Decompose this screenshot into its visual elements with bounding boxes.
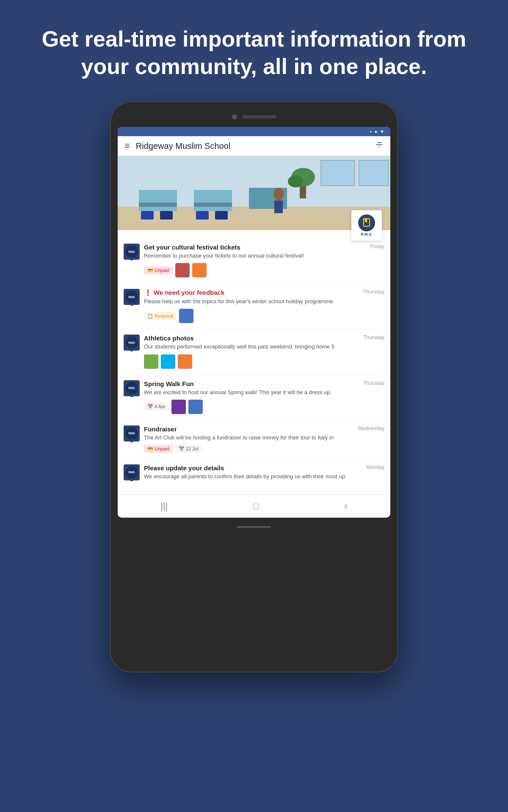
feed-item-3[interactable]: RMSAthletics photosThursdayOur students … xyxy=(118,329,390,375)
thumbnail xyxy=(179,309,193,323)
svg-rect-8 xyxy=(194,203,232,207)
feed-content: Spring Walk FunThursdayWe are excited to… xyxy=(144,380,384,414)
svg-rect-9 xyxy=(141,211,154,219)
school-logo: R.M.S. xyxy=(351,210,382,241)
feed-avatar: RMS xyxy=(124,464,140,480)
feed-attachments: 📋 Respond xyxy=(144,309,384,323)
feed-item-5[interactable]: RMSFundraiserWednesdayThe Art Club will … xyxy=(118,420,390,459)
feed-avatar: RMS xyxy=(124,244,140,260)
svg-rect-5 xyxy=(194,190,232,211)
feed-body: Please help us with the topics for this … xyxy=(144,298,384,305)
status-icon-square: ▪ xyxy=(370,129,372,134)
feed-content: FundraiserWednesdayThe Art Club will be … xyxy=(144,425,384,453)
bottom-nav: ||| □ ‹ xyxy=(118,494,390,518)
thumbnail xyxy=(175,263,190,277)
feed-body: Our students performed exceptionally wel… xyxy=(144,343,384,351)
feed-date: Friday xyxy=(370,244,384,250)
feed-item-4[interactable]: RMSSpring Walk FunThursdayWe are excited… xyxy=(118,375,390,420)
feed-item-2[interactable]: RMS❗We need your feedbackThursdayPlease … xyxy=(118,284,390,329)
tag-date: 📅 4 Apr xyxy=(144,403,169,411)
thumbnail xyxy=(188,400,203,414)
svg-rect-17 xyxy=(274,200,283,213)
nav-recent-icon[interactable]: ‹ xyxy=(345,501,348,512)
filter-icon[interactable] xyxy=(375,141,384,151)
feed-body: We encourage all parents to confirm thei… xyxy=(144,473,384,480)
svg-rect-4 xyxy=(139,190,177,211)
feed-attachments: 📅 4 Apr xyxy=(144,400,384,414)
feed-date: Monday xyxy=(366,464,384,470)
feed-attachments xyxy=(144,354,384,369)
thumbnail xyxy=(144,354,158,369)
feed-item-1[interactable]: RMSGet your cultural festival ticketsFri… xyxy=(118,239,390,284)
feed-avatar: RMS xyxy=(124,289,140,305)
feed-title: Get your cultural festival tickets xyxy=(144,244,366,251)
status-icon-triangle: ▼ xyxy=(380,129,384,134)
app-bar: ≡ Ridgeway Muslim School xyxy=(118,136,390,156)
svg-point-15 xyxy=(288,176,303,187)
feed-content: Please update your detailsMondayWe encou… xyxy=(144,464,384,484)
feed-content: Get your cultural festival ticketsFriday… xyxy=(144,244,384,277)
svg-rect-11 xyxy=(196,211,209,219)
menu-icon[interactable]: ≡ xyxy=(124,140,130,151)
svg-point-16 xyxy=(273,188,284,200)
phone-screen: ▪ ● ▼ ≡ Ridgeway Muslim School xyxy=(118,127,390,518)
feed-avatar: RMS xyxy=(124,380,140,396)
phone-camera xyxy=(232,114,237,119)
app-title: Ridgeway Muslim School xyxy=(136,141,375,151)
feed-attachments: 💳 Unpaid xyxy=(144,263,384,277)
tag-date: 📅 12 Jul xyxy=(175,445,202,453)
thumbnail xyxy=(171,400,186,414)
feed-date: Wednesday xyxy=(358,425,384,431)
status-bar: ▪ ● ▼ xyxy=(118,127,390,136)
logo-text: R.M.S. xyxy=(361,232,373,237)
feed-title: Please update your details xyxy=(144,464,362,472)
feed-title: ❗We need your feedback xyxy=(144,289,359,296)
nav-home-icon[interactable]: □ xyxy=(253,501,259,512)
phone-frame: ▪ ● ▼ ≡ Ridgeway Muslim School xyxy=(110,102,398,672)
feed-item-6[interactable]: RMSPlease update your detailsMondayWe en… xyxy=(118,459,390,490)
logo-emblem-text xyxy=(362,217,372,228)
feed-date: Thursday xyxy=(363,335,384,340)
feed-body: The Art Club will be hosting a fundraise… xyxy=(144,434,384,442)
svg-rect-7 xyxy=(139,203,177,207)
feed-body: We are excited to host our annual Spring… xyxy=(144,389,384,396)
feed-content: Athletics photosThursdayOur students per… xyxy=(144,335,384,368)
feed-date: Thursday xyxy=(363,289,384,295)
svg-rect-2 xyxy=(359,160,389,186)
home-indicator-bar xyxy=(118,522,390,532)
svg-rect-12 xyxy=(215,211,228,219)
feed-avatar: RMS xyxy=(124,335,140,351)
thumbnail xyxy=(161,354,175,369)
feed-date: Thursday xyxy=(363,380,384,386)
feed-title: Fundraiser xyxy=(144,425,353,433)
feed-avatar: RMS xyxy=(124,425,140,442)
feed-title: Spring Walk Fun xyxy=(144,380,359,387)
feed-attachments: 💳 Unpaid📅 12 Jul xyxy=(144,445,384,453)
tag-unpaid[interactable]: 💳 Unpaid xyxy=(144,266,173,274)
thumbnail xyxy=(192,263,207,277)
tag-unpaid[interactable]: 💳 Unpaid xyxy=(144,445,173,453)
hero-title: Get real-time important information from… xyxy=(0,0,508,102)
feed-body: Remember to purchase your tickets to our… xyxy=(144,252,384,260)
school-banner: R.M.S. xyxy=(118,156,390,230)
nav-back-icon[interactable]: ||| xyxy=(160,501,168,512)
svg-rect-1 xyxy=(321,160,355,186)
feed-content: ❗We need your feedbackThursdayPlease hel… xyxy=(144,289,384,323)
tag-respond[interactable]: 📋 Respond xyxy=(144,312,177,320)
urgent-icon: ❗ xyxy=(144,289,152,296)
news-feed: RMSGet your cultural festival ticketsFri… xyxy=(118,230,390,490)
svg-rect-10 xyxy=(160,211,173,219)
phone-speaker xyxy=(242,115,276,118)
feed-title: Athletics photos xyxy=(144,335,359,342)
phone-top-bar xyxy=(118,109,390,124)
thumbnail xyxy=(178,354,192,369)
status-icon-dot: ● xyxy=(374,129,377,134)
